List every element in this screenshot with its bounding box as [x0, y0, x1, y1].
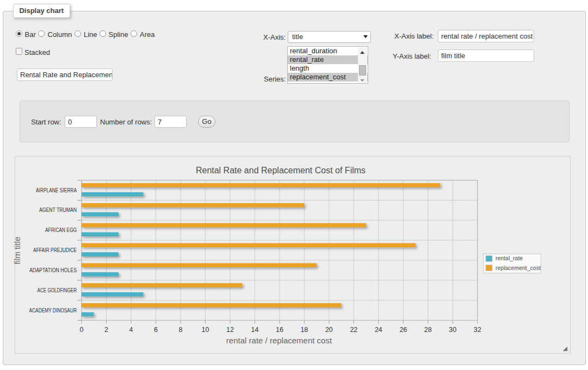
svg-text:AFRICAN EGG: AFRICAN EGG: [45, 227, 77, 233]
svg-text:24: 24: [375, 326, 382, 334]
svg-text:10: 10: [201, 326, 209, 334]
svg-text:ADAPTATION HOLES: ADAPTATION HOLES: [29, 267, 77, 273]
svg-text:16: 16: [276, 326, 283, 334]
svg-text:12: 12: [226, 326, 234, 334]
svg-text:28: 28: [424, 326, 432, 334]
svg-text:32: 32: [474, 326, 481, 334]
svg-text:AFFAIR PREJUDICE: AFFAIR PREJUDICE: [33, 247, 77, 253]
svg-text:0: 0: [80, 326, 84, 334]
svg-text:26: 26: [399, 326, 407, 334]
svg-text:replacement_cost: replacement_cost: [496, 265, 541, 271]
svg-text:Rental Rate and Replacement Co: Rental Rate and Replacement Cost of Film…: [196, 166, 366, 175]
svg-text:rental_rate: rental_rate: [496, 255, 523, 261]
svg-text:AIRPLANE SIERRA: AIRPLANE SIERRA: [36, 187, 77, 193]
svg-text:ACADEMY DINOSAUR: ACADEMY DINOSAUR: [29, 308, 77, 313]
svg-text:AGENT TRUMAN: AGENT TRUMAN: [39, 207, 77, 213]
svg-text:22: 22: [350, 326, 357, 334]
svg-text:ACE GOLDFINGER: ACE GOLDFINGER: [38, 287, 77, 293]
svg-text:6: 6: [154, 326, 158, 334]
svg-text:8: 8: [178, 326, 182, 334]
svg-text:20: 20: [325, 326, 333, 334]
svg-text:18: 18: [300, 326, 308, 334]
svg-text:film title: film title: [13, 237, 22, 265]
svg-text:rental rate / replacement cost: rental rate / replacement cost: [226, 336, 332, 345]
svg-text:4: 4: [129, 326, 133, 334]
svg-text:30: 30: [449, 326, 456, 334]
svg-text:2: 2: [104, 326, 108, 334]
svg-text:14: 14: [251, 326, 258, 334]
